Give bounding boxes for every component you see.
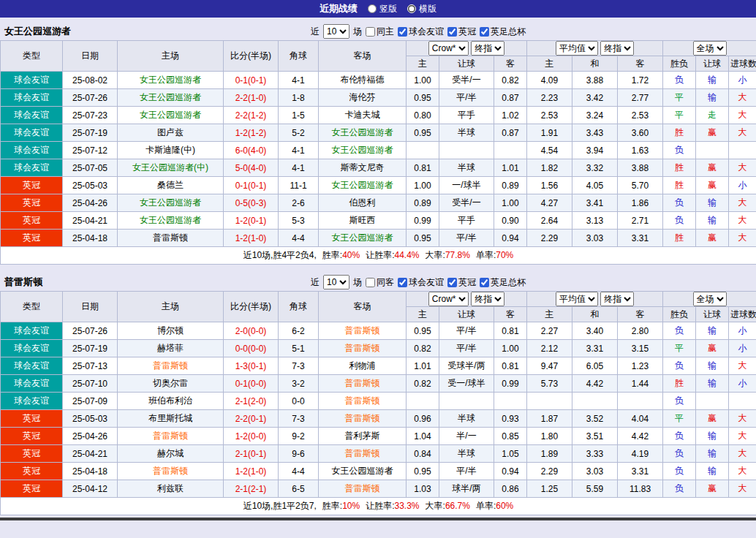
sub-header-odds-away: 客 [494, 307, 527, 322]
same-venue-checkbox[interactable] [366, 27, 375, 37]
match-score: 2-1(2-0) [224, 393, 279, 410]
match-date: 25-04-21 [63, 212, 118, 230]
home-team: 班伯布利治 [118, 393, 224, 410]
avg-select[interactable]: 平均值 [556, 41, 598, 56]
odds-away [494, 142, 527, 159]
match-score: 1-2(0-1) [224, 212, 279, 230]
competition-badge: 英冠 [1, 445, 63, 463]
odds-final-select[interactable]: 终指 [471, 41, 504, 56]
avg-final-select[interactable]: 终指 [600, 41, 634, 56]
avg-select[interactable]: 平均值 [556, 292, 598, 306]
odds-handicap-line: 受半/一 [439, 72, 494, 89]
match-score: 0-1(0-1) [224, 72, 279, 89]
match-row: 球会友谊25-07-19图卢兹1-2(1-2)5-2女王公园巡游者0.95半球0… [1, 124, 756, 142]
comp-filter-friendly[interactable]: 球会友谊 [398, 276, 444, 289]
away-team: 女王公园巡游者 [319, 230, 407, 247]
result-handicap: 输 [696, 194, 729, 212]
match-score: 2-2(1-0) [224, 89, 279, 107]
match-date: 25-07-05 [63, 159, 118, 177]
away-team: 普雷斯顿 [319, 410, 407, 428]
result-goals: 大 [729, 159, 756, 177]
odds-handicap-line: 半球 [439, 410, 494, 428]
avg-home: 2.29 [527, 230, 572, 247]
match-row: 球会友谊25-07-23女王公园巡游者2-2(1-2)1-5卡迪夫城0.80平手… [1, 107, 756, 124]
odds-away: 1.00 [494, 194, 527, 212]
avg-final-select[interactable]: 终指 [600, 292, 634, 306]
result-goals: 大 [729, 212, 756, 230]
odds-handicap-line: 受一/球半 [439, 375, 494, 393]
away-team: 普雷斯顿 [319, 445, 407, 463]
result-outcome: 负 [663, 393, 696, 410]
odds-company-select[interactable]: Crow* [428, 41, 469, 56]
col-header-away: 客场 [319, 292, 407, 322]
summary-over-rate: 大率:66.7% [426, 501, 470, 511]
friendly-checkbox[interactable] [398, 278, 407, 287]
odds-home: 0.82 [407, 375, 439, 393]
sub-header-avg-away: 客 [618, 307, 663, 322]
odds-away: 0.81 [494, 322, 527, 340]
avg-home: 1.89 [527, 445, 572, 463]
same-venue-filter[interactable]: 同主 [366, 26, 394, 38]
championship-checkbox[interactable] [447, 278, 457, 287]
comp-filter-friendly[interactable]: 球会友谊 [398, 26, 444, 38]
comp-filter-facup[interactable]: 英足总杯 [480, 26, 526, 38]
same-venue-checkbox[interactable] [366, 278, 375, 287]
facup-checkbox[interactable] [480, 27, 489, 37]
avg-home: 5.73 [527, 375, 572, 393]
result-outcome: 负 [663, 463, 696, 480]
comp-filter-facup[interactable]: 英足总杯 [480, 276, 526, 289]
view-option-vertical[interactable]: 竖版 [368, 3, 397, 15]
competition-badge: 球会友谊 [1, 340, 63, 357]
odds-home: 0.96 [407, 410, 439, 428]
match-score: 0-1(0-1) [224, 177, 279, 194]
odds-header-group: Crow* 终指 [407, 292, 527, 307]
odds-company-select[interactable]: Crow* [428, 292, 469, 306]
view-option-horizontal[interactable]: 横版 [407, 3, 436, 15]
home-team: 博尔顿 [118, 322, 224, 340]
scope-select[interactable]: 全场 [693, 41, 727, 56]
same-venue-filter[interactable]: 同客 [366, 276, 394, 289]
odds-home: 0.95 [407, 322, 439, 340]
corner-score: 11-1 [279, 177, 319, 194]
away-team: 普雷斯顿 [319, 393, 407, 410]
comp-filter-championship[interactable]: 英冠 [447, 26, 476, 38]
match-score: 0-1(0-0) [224, 375, 279, 393]
match-row: 球会友谊25-07-26女王公园巡游者2-2(1-0)1-8海伦芬0.95平/半… [1, 89, 756, 107]
result-outcome: 平 [663, 89, 696, 107]
result-goals: 大 [729, 463, 756, 480]
avg-away: 2.80 [618, 322, 663, 340]
odds-away: 0.87 [494, 124, 527, 142]
match-date: 25-07-26 [63, 322, 118, 340]
friendly-label: 球会友谊 [409, 276, 444, 289]
odds-home: 0.95 [407, 463, 439, 480]
recent-count-select[interactable]: 10 [323, 275, 349, 289]
col-header-corner: 角球 [279, 41, 319, 72]
match-row: 球会友谊25-07-05女王公园巡游者(中)5-0(4-0)4-1斯蒂文尼奇0.… [1, 159, 756, 177]
odds-final-select[interactable]: 终指 [471, 292, 504, 306]
odds-away: 0.93 [494, 410, 527, 428]
comp-filter-championship[interactable]: 英冠 [447, 276, 476, 289]
odds-home: 0.99 [407, 212, 439, 230]
match-score: 1-3(0-1) [224, 357, 279, 375]
match-row: 英冠25-04-26女王公园巡游者0-5(0-3)2-6伯恩利0.89受半/一1… [1, 194, 756, 212]
championship-checkbox[interactable] [447, 27, 457, 37]
scope-select[interactable]: 全场 [693, 292, 727, 306]
vertical-radio[interactable] [368, 4, 377, 13]
summary-win-rate: 胜率:40% [322, 250, 360, 260]
match-date: 25-07-10 [63, 375, 118, 393]
recent-count-select[interactable]: 10 [323, 24, 349, 39]
filters: 近 10 场 同主 球会友谊 英冠 英足总杯 [311, 24, 526, 39]
match-score: 1-2(1-0) [224, 463, 279, 480]
facup-checkbox[interactable] [480, 278, 489, 287]
friendly-checkbox[interactable] [398, 27, 407, 37]
home-team: 图卢兹 [118, 124, 224, 142]
match-score: 0-5(0-3) [224, 194, 279, 212]
unit-label: 场 [353, 26, 362, 38]
filters: 近 10 场 同客 球会友谊 英冠 英足总杯 [311, 275, 526, 289]
competition-badge: 球会友谊 [1, 142, 63, 159]
away-team: 女王公园巡游者 [319, 142, 407, 159]
horizontal-radio[interactable] [407, 4, 416, 13]
summary-odd-rate: 单率:70% [476, 250, 513, 260]
avg-away: 2.71 [618, 212, 663, 230]
col-header-date: 日期 [63, 41, 118, 72]
